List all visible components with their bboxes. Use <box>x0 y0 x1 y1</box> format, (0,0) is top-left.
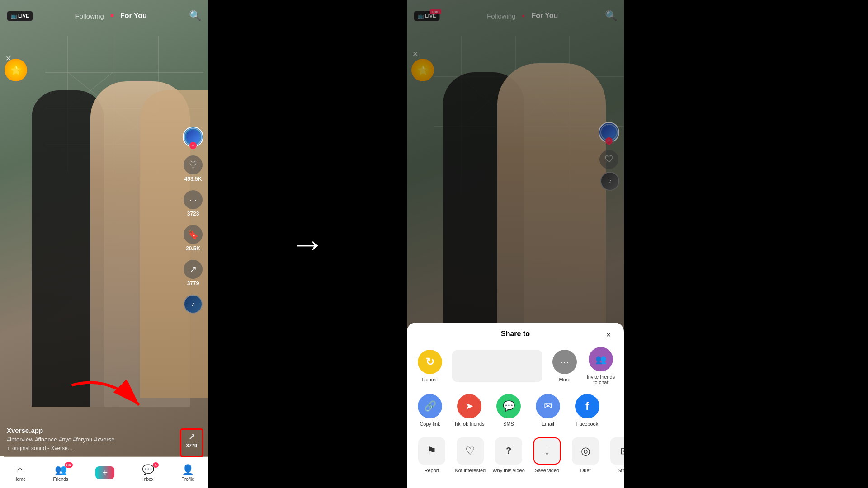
music-note-icon-left: ♪ <box>7 445 10 452</box>
share-preview-thumbnail <box>452 350 542 382</box>
comment-icon-left: ⋯ <box>184 190 203 209</box>
duet-button[interactable]: ◎ Duet <box>567 437 604 474</box>
share-highlight-box-left <box>180 428 203 457</box>
for-you-tab-left[interactable]: For You <box>120 12 147 20</box>
share-actions-row: ⚑ Report ♡ Not interested ? Why this vid… <box>407 432 624 479</box>
heart-icon-left: ♡ <box>184 155 203 174</box>
likes-count-left: 493.5K <box>184 176 202 182</box>
nav-profile-left[interactable]: 👤 Profile <box>181 464 194 482</box>
share-apps-row: 🔗 Copy link ➤ TikTok friends 💬 SMS ✉ Ema… <box>407 389 624 432</box>
follow-plus-badge-left: + <box>189 142 197 149</box>
more-label: More <box>559 377 570 382</box>
nav-dot-left <box>111 14 113 17</box>
tv-icon-left: 📺 <box>11 13 17 19</box>
save-video-icon: ↓ <box>533 437 561 465</box>
invite-friends-button[interactable]: 👥 Invite friends to chat <box>585 347 617 385</box>
comments-group-left[interactable]: ⋯ 3723 <box>184 190 203 217</box>
repost-button[interactable]: ↻ Repost <box>414 350 446 382</box>
inbox-label-left: Inbox <box>142 477 153 482</box>
shares-group-left[interactable]: ↗ 3779 <box>184 260 203 286</box>
facebook-label: Facebook <box>576 421 598 427</box>
friends-badge-left: 86 <box>65 462 73 468</box>
invite-friends-icon: 👥 <box>589 347 613 371</box>
bookmarks-count-left: 20.5K <box>186 245 200 252</box>
friends-label-left: Friends <box>53 477 68 482</box>
stitch-label: Stitch <box>618 467 624 474</box>
email-label: Email <box>542 421 554 427</box>
report-icon: ⚑ <box>418 437 445 465</box>
nav-tabs-left: Following For You <box>75 12 147 20</box>
nav-inbox-left[interactable]: 💬 5 Inbox <box>142 464 154 482</box>
not-interested-icon: ♡ <box>457 437 484 465</box>
invite-friends-label: Invite friends to chat <box>585 374 616 385</box>
share-top-row: ↻ Repost ⋯ More 👥 Invite friends to chat <box>407 343 624 389</box>
hashtags-left: #interview #finance #nyc #foryou #xverse <box>7 436 176 443</box>
sms-icon: 💬 <box>496 394 521 418</box>
share-panel-header: Share to × <box>407 323 624 343</box>
comments-count-left: 3723 <box>187 211 199 217</box>
stitch-button[interactable]: ⊡ Stitch <box>606 437 624 474</box>
tiktok-friends-label: TikTok friends <box>454 421 484 427</box>
copy-link-icon: 🔗 <box>418 394 442 418</box>
share-icon-left: ↗ <box>184 260 203 279</box>
video-metadata-left: Xverse.app #interview #finance #nyc #for… <box>7 427 176 452</box>
home-icon-left: ⌂ <box>17 464 23 476</box>
email-button[interactable]: ✉ Email <box>532 394 564 427</box>
why-this-video-button[interactable]: ? Why this video <box>491 437 527 474</box>
bookmark-icon-left: 🔖 <box>184 225 203 244</box>
share-panel-close-button[interactable]: × <box>602 329 615 342</box>
stitch-icon: ⊡ <box>610 437 624 465</box>
close-video-button-left[interactable]: ✕ <box>5 54 11 63</box>
share-panel: Share to × ↻ Repost ⋯ More 👥 <box>407 323 624 488</box>
inbox-badge-left: 5 <box>153 462 159 468</box>
music-info-left: ♪ original sound - Xverse.... <box>7 445 176 452</box>
home-label-left: Home <box>14 477 26 482</box>
search-button-left[interactable]: 🔍 <box>189 10 201 22</box>
add-button-left[interactable]: + <box>95 466 114 479</box>
nav-friends-left[interactable]: 👥 86 Friends <box>53 464 68 482</box>
tiktok-friends-icon: ➤ <box>457 394 481 418</box>
copy-link-button[interactable]: 🔗 Copy link <box>414 394 446 427</box>
copy-link-label: Copy link <box>420 421 440 427</box>
share-panel-title: Share to <box>501 330 530 338</box>
middle-arrow-section: → <box>208 0 407 488</box>
live-badge-left[interactable]: 📺 LIVE <box>7 11 33 21</box>
close-icon: × <box>606 330 611 340</box>
repost-icon: ↻ <box>418 350 442 374</box>
likes-group-left[interactable]: ♡ 493.5K <box>184 155 203 182</box>
nav-home-left[interactable]: ⌂ Home <box>14 464 26 482</box>
report-button[interactable]: ⚑ Report <box>414 437 450 474</box>
facebook-icon: f <box>575 394 599 418</box>
facebook-button[interactable]: f Facebook <box>571 394 604 427</box>
creator-avatar-left[interactable]: + <box>183 127 203 147</box>
bottom-navigation-left: ⌂ Home 👥 86 Friends + 💬 5 Inbox 👤 Profil… <box>0 457 208 488</box>
channel-name-left[interactable]: Xverse.app <box>7 427 176 434</box>
shares-count-left: 3779 <box>187 280 199 286</box>
top-navigation-bar-left: 📺 LIVE Following For You 🔍 <box>0 0 208 32</box>
repost-label: Repost <box>422 377 438 382</box>
bookmarks-group-left[interactable]: 🔖 20.5K <box>184 225 203 252</box>
following-tab-left[interactable]: Following <box>75 12 104 20</box>
more-button[interactable]: ⋯ More <box>548 350 581 382</box>
direction-arrow: → <box>289 223 326 265</box>
right-phone: ✕ 🌟 📺 LIVE LIVE Following For You 🔍 + ♡ … <box>407 0 624 488</box>
music-text-left: original sound - Xverse.... <box>12 445 74 451</box>
music-disc-left: ♪ <box>184 295 203 314</box>
save-video-button[interactable]: ↓ Save video <box>529 437 565 474</box>
tiktok-friends-button[interactable]: ➤ TikTok friends <box>453 394 486 427</box>
sms-label: SMS <box>503 421 514 427</box>
left-phone: ✕ 🌟 📺 LIVE Following For You 🔍 + ♡ 493.5… <box>0 0 208 488</box>
duet-label: Duet <box>580 467 590 474</box>
profile-icon-left: 👤 <box>182 464 194 476</box>
duet-icon: ◎ <box>572 437 599 465</box>
report-label: Report <box>424 467 439 474</box>
inbox-icon-left: 💬 <box>142 464 154 476</box>
right-action-icons-left: + ♡ 493.5K ⋯ 3723 🔖 20.5K ↗ 3779 ♪ <box>183 127 203 314</box>
more-icon: ⋯ <box>552 350 577 374</box>
sms-button[interactable]: 💬 SMS <box>492 394 525 427</box>
nav-add-left[interactable]: + <box>95 466 114 479</box>
not-interested-button[interactable]: ♡ Not interested <box>452 437 488 474</box>
save-video-label: Save video <box>535 467 559 474</box>
email-icon: ✉ <box>536 394 560 418</box>
why-this-video-label: Why this video <box>492 467 525 474</box>
